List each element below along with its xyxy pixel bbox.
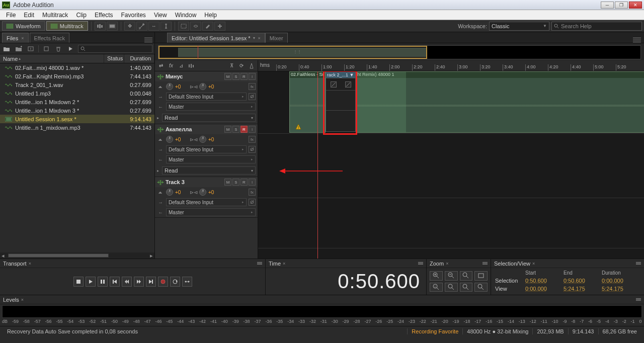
monitor-button[interactable]: I (249, 179, 256, 186)
file-row[interactable]: 02.Fait...Knight Remix).mp37:44.143 (0, 72, 154, 80)
track-name[interactable]: Track 3 (166, 179, 222, 185)
pan-knob[interactable] (199, 189, 206, 196)
view-start[interactable]: 0:00.000 (525, 286, 564, 292)
output-dropdown[interactable]: Master▸ (166, 208, 256, 216)
mute-button[interactable]: M (224, 126, 231, 133)
tab-files[interactable]: Files× (2, 33, 29, 43)
time-ruler[interactable]: hms 0:200:401:001:201:402:002:202:403:00… (258, 60, 644, 71)
skip-end-button[interactable] (146, 277, 156, 287)
trash-button[interactable] (54, 45, 63, 53)
send-icon[interactable]: ⊿ (177, 62, 185, 70)
mode-waveform[interactable]: Waveform (2, 21, 45, 31)
volume-knob[interactable] (166, 189, 173, 196)
col-status[interactable]: Status (104, 54, 124, 63)
tool-time-select[interactable] (160, 22, 172, 31)
tool-razor[interactable] (136, 22, 147, 31)
sel-dur[interactable]: 0:00.000 (602, 278, 640, 284)
metro-icon[interactable] (248, 62, 256, 70)
transport-menu[interactable] (257, 262, 262, 265)
input-dropdown[interactable]: Default Stereo Input▸ (166, 145, 247, 153)
panel-menu-icon[interactable] (144, 37, 152, 43)
track-name[interactable]: Акапелла (166, 126, 222, 132)
record-button[interactable] (158, 277, 168, 287)
close-button[interactable]: ✕ (629, 2, 642, 9)
menu-favorites[interactable]: Favorites (117, 11, 150, 20)
editor-panel-menu[interactable] (633, 37, 641, 43)
fx-label[interactable]: fx (167, 62, 175, 70)
eq-icon[interactable] (187, 62, 195, 70)
col-name[interactable]: Name▴ (0, 54, 104, 63)
open-file-button[interactable] (2, 45, 11, 53)
file-row[interactable]: Track 2_001_1.wav0:27.699 (0, 80, 154, 89)
loop-button[interactable] (170, 277, 180, 287)
monitor-button[interactable]: I (249, 73, 256, 80)
view-end[interactable]: 5:24.175 (564, 286, 602, 292)
pan-knob[interactable] (199, 136, 206, 143)
automation-dropdown[interactable]: Read▾ (162, 114, 256, 122)
auto-expand-icon[interactable]: ▸ (157, 116, 159, 120)
pan-value[interactable]: +0 (208, 137, 221, 142)
mute-button[interactable]: M (224, 73, 231, 80)
selview-menu[interactable] (636, 262, 641, 265)
pan-knob[interactable] (199, 83, 206, 90)
zoom-in-pt[interactable] (460, 283, 473, 292)
insert-button[interactable] (42, 45, 51, 53)
col-duration[interactable]: Duration (124, 54, 154, 63)
zoom-menu[interactable] (482, 262, 488, 265)
sel-start[interactable]: 0:50.600 (525, 278, 564, 284)
zoom-selection[interactable] (474, 271, 488, 281)
wrap-icon[interactable]: ⟳ (237, 62, 246, 70)
stop-button[interactable] (73, 277, 84, 287)
menu-help[interactable]: Help (200, 11, 221, 20)
skip-selection-button[interactable] (182, 277, 192, 287)
menu-effects[interactable]: Effects (91, 11, 117, 20)
menu-multitrack[interactable]: Multitrack (38, 11, 72, 20)
file-row[interactable]: 02.Fait...mix) 48000 1.wav *1:40.000 (0, 63, 154, 72)
volume-value[interactable]: +0 (175, 137, 188, 142)
menu-edit[interactable]: Edit (20, 11, 38, 20)
file-row[interactable]: Untitle...n 1_mixdown.mp37:44.143 (0, 123, 154, 132)
ffwd-button[interactable] (134, 277, 144, 287)
monitor-button[interactable]: I (249, 126, 256, 133)
skip-start-button[interactable] (110, 277, 120, 287)
file-row[interactable]: Untitle...ion 1 Mixdown 2 *0:27.699 (0, 98, 154, 106)
clip-track2-gap[interactable]: rack 2_...1 ▼ (326, 71, 356, 132)
rewind-button[interactable] (122, 277, 132, 287)
file-row[interactable]: Untitle...ion 1 Mixdown 3 *0:27.699 (0, 106, 154, 115)
input-dropdown[interactable]: Default Stereo Input▸ (166, 93, 247, 101)
pan-value[interactable]: +0 (208, 84, 221, 90)
file-row[interactable]: Untitled 1.mp30:00.048 (0, 89, 154, 98)
volume-knob[interactable] (166, 136, 173, 143)
menu-view[interactable]: View (150, 11, 171, 20)
file-row[interactable]: Untitled Session 1.sesx *9:14.143 (0, 115, 154, 123)
automation-dropdown[interactable]: Read▾ (162, 166, 256, 175)
mute-button[interactable]: M (224, 179, 231, 186)
volume-value[interactable]: +0 (175, 190, 188, 195)
solo-button[interactable]: S (232, 73, 239, 80)
play-button[interactable] (86, 277, 96, 287)
zoom-full[interactable] (460, 271, 473, 281)
input-fx-button[interactable]: Ø (249, 93, 256, 100)
tool-spectral-1[interactable] (95, 22, 106, 31)
track-name[interactable]: Минус (166, 73, 222, 79)
view-dur[interactable]: 5:24.175 (602, 286, 640, 292)
minimize-button[interactable]: ─ (601, 2, 614, 9)
tool-slip[interactable]: ↔ (148, 22, 159, 31)
tool-brush[interactable] (202, 22, 213, 31)
arm-record-button[interactable]: R (240, 73, 248, 80)
zoom-out-pt[interactable] (474, 283, 488, 292)
arm-record-button[interactable]: R (240, 126, 248, 133)
input-dropdown[interactable]: Default Stereo Input▸ (166, 198, 247, 206)
sel-end[interactable]: 0:50.600 (564, 278, 602, 284)
menu-window[interactable]: Window (171, 11, 201, 20)
solo-button[interactable]: S (232, 126, 239, 133)
fx-rack-button[interactable]: fx (249, 136, 256, 143)
tool-lasso[interactable] (190, 22, 201, 31)
menu-clip[interactable]: Clip (72, 11, 91, 20)
zoom-out-h[interactable] (445, 271, 458, 281)
search-help[interactable]: Search Help (551, 22, 642, 31)
clip-faithless-b[interactable]: ht Remix) 48000 1 (356, 71, 644, 133)
output-dropdown[interactable]: Master▸ (166, 103, 256, 111)
input-fx-button[interactable]: Ø (249, 146, 256, 153)
filter-input[interactable] (78, 45, 152, 53)
